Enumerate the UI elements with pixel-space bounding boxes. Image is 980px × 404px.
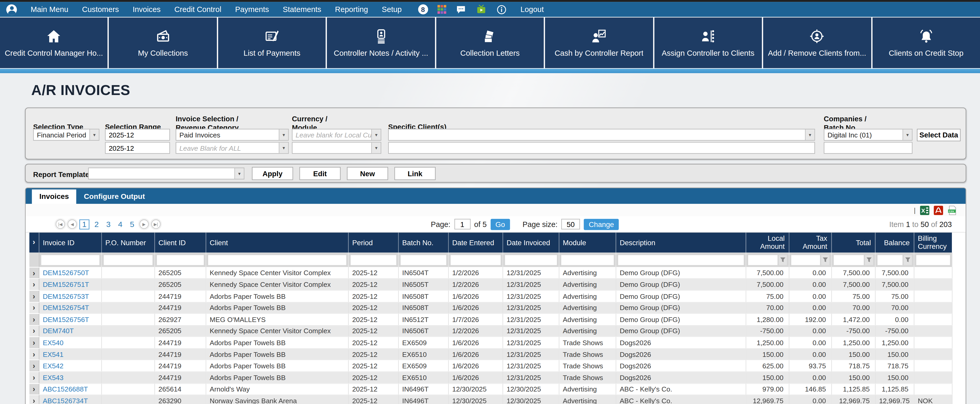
row-expand-button[interactable] (29, 267, 39, 279)
tab-invoices[interactable]: Invoices (32, 189, 76, 204)
invoice-id-link[interactable]: EX543 (39, 372, 101, 383)
col-date-invoiced[interactable]: Date Invoiced (503, 232, 559, 253)
module-select[interactable]: ▼ (292, 142, 381, 154)
pdf-export-icon[interactable] (934, 205, 943, 215)
csv-export-icon[interactable]: CSV (947, 205, 957, 215)
page-number-input[interactable] (454, 219, 470, 230)
invoice-id-link[interactable]: ABC1526688T (39, 383, 101, 395)
notification-badge-icon[interactable]: 8 (418, 5, 428, 14)
col-client-id[interactable]: Client ID (154, 232, 205, 253)
table-row[interactable]: DEM1526753T 244719 Adorbs Paper Towels B… (29, 290, 952, 302)
nav-payments[interactable]: Payments (235, 5, 269, 14)
tile-my-collections[interactable]: My Collections (109, 17, 217, 68)
col-module[interactable]: Module (559, 232, 616, 253)
go-button[interactable]: Go (490, 218, 510, 230)
nav-customers[interactable]: Customers (82, 5, 119, 14)
filter-funnel-button[interactable] (821, 255, 829, 265)
col-balance[interactable]: Balance (875, 232, 914, 253)
table-row[interactable]: EX540 244719 Adorbs Paper Towels BB 2025… (29, 337, 952, 348)
specific-clients-combo[interactable]: ▼ (388, 129, 815, 141)
apps-grid-icon[interactable] (438, 5, 446, 14)
filter-period-input[interactable] (350, 255, 396, 265)
selection-type-select[interactable]: Financial Period▼ (33, 129, 99, 141)
col-invoice-id[interactable]: Invoice ID (39, 232, 101, 253)
row-expand-button[interactable] (29, 348, 39, 360)
report-template-select[interactable]: ▼ (88, 168, 244, 180)
filter-date-entered-input[interactable] (450, 255, 500, 265)
invoice-id-link[interactable]: DEM1526756T (39, 314, 101, 325)
col-description[interactable]: Description (616, 232, 746, 253)
next-page-button[interactable]: ▶ (139, 219, 149, 229)
row-expand-button[interactable] (29, 337, 39, 348)
invoice-selection-select[interactable]: Paid Invoices▼ (176, 129, 289, 141)
col-batch-no[interactable]: Batch No. (398, 232, 448, 253)
filter-tax-amount-input[interactable] (791, 255, 819, 265)
tile-controller-notes-activity[interactable]: Controller Notes / Activity ... (327, 17, 435, 68)
filter-module-input[interactable] (561, 255, 614, 265)
nav-main-menu[interactable]: Main Menu (31, 5, 68, 14)
table-row[interactable]: DEM1526754T 244719 Adorbs Paper Towels B… (29, 302, 952, 314)
tile-cash-by-controller-report[interactable]: Cash by Controller Report (545, 17, 653, 68)
invoice-id-link[interactable]: EX541 (39, 348, 101, 360)
col-tax-amount[interactable]: Tax Amount (789, 232, 831, 253)
tile-credit-control-manager-home[interactable]: Credit Control Manager Ho... (0, 17, 108, 68)
filter-balance-input[interactable] (877, 255, 902, 265)
tile-collection-letters[interactable]: Collection Letters (436, 17, 544, 68)
table-row[interactable]: ABC1526688T 265614 Arnold's Way 2025-12 … (29, 383, 952, 395)
tile-clients-on-credit-stop[interactable]: Clients on Credit Stop (872, 17, 980, 68)
page-number-2[interactable]: 2 (92, 220, 101, 229)
selection-range-to-input[interactable] (105, 142, 170, 154)
apply-button[interactable]: Apply (252, 167, 293, 180)
nav-setup[interactable]: Setup (382, 5, 402, 14)
chat-icon[interactable] (455, 4, 466, 15)
edit-button[interactable]: Edit (299, 167, 340, 180)
row-expand-button[interactable] (29, 360, 39, 372)
filter-total-input[interactable] (834, 255, 864, 265)
row-expand-button[interactable] (29, 372, 39, 383)
last-page-button[interactable]: ▶| (151, 219, 161, 229)
user-avatar-icon[interactable] (6, 4, 17, 15)
row-expand-button[interactable] (29, 279, 39, 291)
filter-invoice-id-input[interactable] (41, 255, 99, 265)
filter-date-invoiced-input[interactable] (504, 255, 556, 265)
page-number-5[interactable]: 5 (127, 220, 137, 229)
nav-reporting[interactable]: Reporting (335, 5, 368, 14)
table-row[interactable]: EX543 244719 Adorbs Paper Towels BB 2025… (29, 372, 952, 383)
invoice-id-link[interactable]: EX542 (39, 360, 101, 372)
specific-clients-secondary-input[interactable] (388, 142, 815, 154)
col-local-amount[interactable]: Local Amount (746, 232, 789, 253)
table-row[interactable]: DEM1526756T 262927 MEG O'MALLEYS 2025-12… (29, 314, 952, 325)
col-total[interactable]: Total (831, 232, 875, 253)
info-icon[interactable] (496, 4, 507, 15)
batch-no-input[interactable] (824, 142, 913, 154)
select-data-button[interactable]: Select Data (917, 129, 961, 142)
filter-batch-no-input[interactable] (400, 255, 446, 265)
invoice-id-link[interactable]: DEM1526753T (39, 290, 101, 302)
table-row[interactable]: EX542 244719 Adorbs Paper Towels BB 2025… (29, 360, 952, 372)
row-expand-button[interactable] (29, 314, 39, 325)
table-row[interactable]: DEM1526751T 265205 Kennedy Space Center … (29, 279, 952, 291)
page-number-3[interactable]: 3 (104, 220, 113, 229)
first-page-button[interactable]: |◀ (56, 219, 65, 229)
video-tv-icon[interactable] (476, 4, 487, 15)
invoice-id-link[interactable]: DEM740T (39, 325, 101, 337)
nav-statements[interactable]: Statements (283, 5, 321, 14)
expand-all-header[interactable] (29, 232, 39, 253)
col-po-number[interactable]: P.O. Number (101, 232, 154, 253)
revenue-category-select[interactable]: Leave Blank for ALL▼ (176, 142, 289, 154)
previous-page-button[interactable]: ◀ (67, 219, 77, 229)
col-billing-currency[interactable]: Billing Currency (914, 232, 952, 253)
filter-client-input[interactable] (208, 255, 346, 265)
invoice-id-link[interactable]: ABC1526734T (39, 395, 101, 404)
filter-billing-currency-input[interactable] (916, 255, 950, 265)
filter-funnel-button[interactable] (865, 255, 873, 265)
invoice-id-link[interactable]: EX540 (39, 337, 101, 348)
currency-select[interactable]: Leave blank for Local Currency▼ (292, 129, 381, 141)
tile-list-of-payments[interactable]: List of Payments (218, 17, 326, 68)
page-number-4[interactable]: 4 (116, 220, 125, 229)
row-expand-button[interactable] (29, 395, 39, 404)
filter-client-id-input[interactable] (157, 255, 204, 265)
logout-button[interactable]: Logout (520, 5, 544, 14)
nav-credit-control[interactable]: Credit Control (174, 5, 221, 14)
filter-po-number-input[interactable] (103, 255, 152, 265)
